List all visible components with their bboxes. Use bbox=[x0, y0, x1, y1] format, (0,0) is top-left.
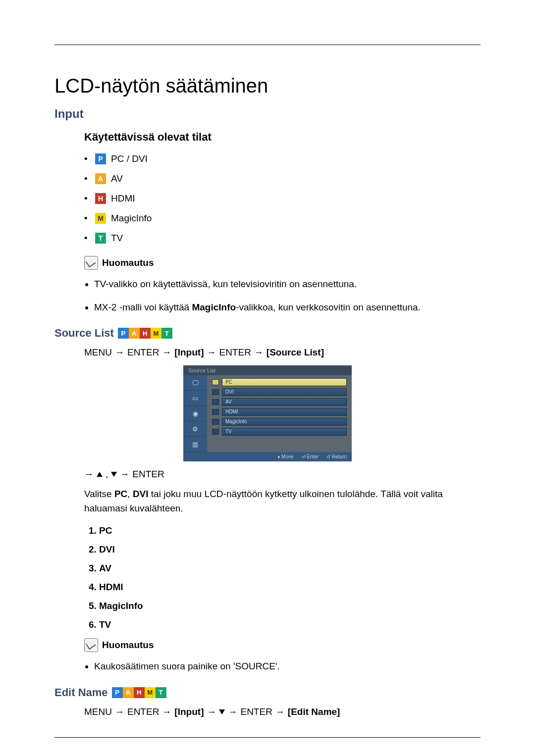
nav-edit-name: Edit Name bbox=[291, 706, 337, 717]
nav-enter: ENTER bbox=[127, 706, 159, 717]
osd-sidebar-icon: ◉ bbox=[183, 406, 207, 421]
note-heading-2: Huomautus bbox=[54, 638, 481, 652]
osd-footer: ♦ Move ⏎ Enter ↺ Return bbox=[183, 452, 352, 461]
note-list-2: Kaukosäätimen suora painike on 'SOURCE'. bbox=[54, 659, 481, 674]
osd-row: AV bbox=[212, 398, 347, 406]
nav-enter: ENTER bbox=[127, 347, 159, 358]
nav-enter: ENTER bbox=[132, 469, 164, 480]
mode-label: HDMI bbox=[111, 193, 135, 204]
input-heading: Input bbox=[54, 107, 481, 121]
m-icon: M bbox=[95, 213, 106, 224]
nav-menu: MENU bbox=[84, 347, 112, 358]
source-list-heading: Source List P A H M T bbox=[54, 327, 481, 340]
note-icon bbox=[84, 256, 98, 270]
a-icon: A bbox=[129, 328, 140, 339]
bullet-icon: • bbox=[84, 153, 90, 164]
osd-menu: Source List 🖵 ▭ ◉ ⚙ ▥ PC DVI AV HDMI Mag… bbox=[183, 365, 352, 461]
page-title: LCD-näytön säätäminen bbox=[54, 75, 481, 97]
modes-list: • P PC / DVI • A AV • H HDMI • M MagicIn… bbox=[54, 153, 481, 244]
top-rule bbox=[54, 45, 481, 45]
osd-row: PC bbox=[212, 378, 347, 386]
bullet-icon: • bbox=[84, 193, 90, 204]
nav-path-arrows: → , → ENTER bbox=[54, 469, 481, 480]
enum-item: MagicInfo bbox=[99, 601, 481, 611]
source-description: Valitse PC, DVI tai joku muu LCD-näyttöö… bbox=[54, 487, 481, 515]
edit-name-label: Edit Name bbox=[54, 686, 108, 699]
bullet-icon: • bbox=[84, 213, 90, 224]
arrow-up-icon bbox=[97, 472, 103, 477]
note-item: MX-2 -malli voi käyttää MagicInfo-valikk… bbox=[94, 301, 481, 315]
osd-row: TV bbox=[212, 428, 347, 436]
nav-path-1: MENU → ENTER → [Input] → ENTER → [Source… bbox=[54, 347, 481, 358]
osd-main: PC DVI AV HDMI MagicInfo TV bbox=[207, 375, 352, 452]
enum-item: PC bbox=[99, 525, 481, 536]
page: LCD-näytön säätäminen Input Käytettäviss… bbox=[0, 0, 535, 756]
mode-label: PC / DVI bbox=[111, 153, 148, 164]
bullet-icon: • bbox=[84, 173, 90, 184]
osd-row: MagicInfo bbox=[212, 418, 347, 426]
osd-sidebar-icon: ▥ bbox=[183, 437, 207, 452]
h-icon: H bbox=[134, 687, 145, 698]
h-icon: H bbox=[95, 193, 106, 204]
modes-heading: Käytettävissä olevat tilat bbox=[54, 131, 481, 144]
note-item: Kaukosäätimen suora painike on 'SOURCE'. bbox=[94, 659, 481, 674]
t-icon: T bbox=[156, 687, 166, 698]
t-icon: T bbox=[95, 233, 106, 244]
arrow-down-icon bbox=[111, 472, 117, 477]
p-icon: P bbox=[95, 153, 106, 164]
osd-title: Source List bbox=[183, 365, 352, 375]
h-icon: H bbox=[140, 328, 151, 339]
a-icon: A bbox=[123, 687, 134, 698]
badge-strip: P A H M T bbox=[118, 328, 172, 339]
p-icon: P bbox=[112, 687, 123, 698]
mode-label: MagicInfo bbox=[111, 213, 152, 224]
mode-av: • A AV bbox=[84, 173, 481, 184]
nav-source-list: Source List bbox=[269, 347, 321, 357]
note-list-1: TV-valikko on käytettävissä, kun televis… bbox=[54, 277, 481, 314]
mode-label: TV bbox=[111, 233, 123, 244]
mode-pc-dvi: • P PC / DVI bbox=[84, 153, 481, 164]
edit-name-heading: Edit Name P A H M T bbox=[54, 686, 481, 699]
osd-sidebar: 🖵 ▭ ◉ ⚙ ▥ bbox=[183, 375, 207, 452]
mode-hdmi: • H HDMI bbox=[84, 193, 481, 204]
osd-row: HDMI bbox=[212, 408, 347, 416]
m-icon: M bbox=[151, 328, 161, 339]
bullet-icon: • bbox=[84, 233, 90, 244]
osd-sidebar-icon: 🖵 bbox=[183, 375, 207, 391]
t-icon: T bbox=[161, 328, 172, 339]
m-icon: M bbox=[145, 687, 156, 698]
enum-item: AV bbox=[99, 563, 481, 574]
note-item: TV-valikko on käytettävissä, kun televis… bbox=[94, 277, 481, 292]
note-icon bbox=[84, 638, 98, 652]
a-icon: A bbox=[95, 173, 106, 184]
bottom-rule bbox=[54, 737, 481, 738]
p-icon: P bbox=[118, 328, 129, 339]
osd-sidebar-icon: ▭ bbox=[183, 391, 207, 406]
enum-item: DVI bbox=[99, 544, 481, 555]
enum-item: TV bbox=[99, 619, 481, 630]
enum-item: HDMI bbox=[99, 582, 481, 593]
note-label: Huomautus bbox=[102, 640, 154, 651]
nav-enter: ENTER bbox=[219, 347, 251, 358]
osd-body: 🖵 ▭ ◉ ⚙ ▥ PC DVI AV HDMI MagicInfo TV bbox=[183, 375, 352, 452]
mode-tv: • T TV bbox=[84, 233, 481, 244]
arrow-down-icon bbox=[219, 709, 225, 714]
nav-input: Input bbox=[178, 706, 201, 717]
nav-enter: ENTER bbox=[240, 706, 272, 717]
nav-path-3: MENU → ENTER → [Input] → → ENTER → [Edit… bbox=[54, 706, 481, 717]
nav-menu: MENU bbox=[84, 706, 112, 717]
badge-strip: P A H M T bbox=[112, 687, 166, 698]
mode-magicinfo: • M MagicInfo bbox=[84, 213, 481, 224]
source-list-label: Source List bbox=[54, 327, 114, 340]
osd-sidebar-icon: ⚙ bbox=[183, 421, 207, 437]
mode-label: AV bbox=[111, 173, 123, 184]
source-enum-list: PC DVI AV HDMI MagicInfo TV bbox=[54, 525, 481, 630]
nav-input: Input bbox=[178, 347, 201, 357]
note-label: Huomautus bbox=[102, 257, 154, 268]
note-heading-1: Huomautus bbox=[54, 256, 481, 270]
osd-row: DVI bbox=[212, 388, 347, 396]
